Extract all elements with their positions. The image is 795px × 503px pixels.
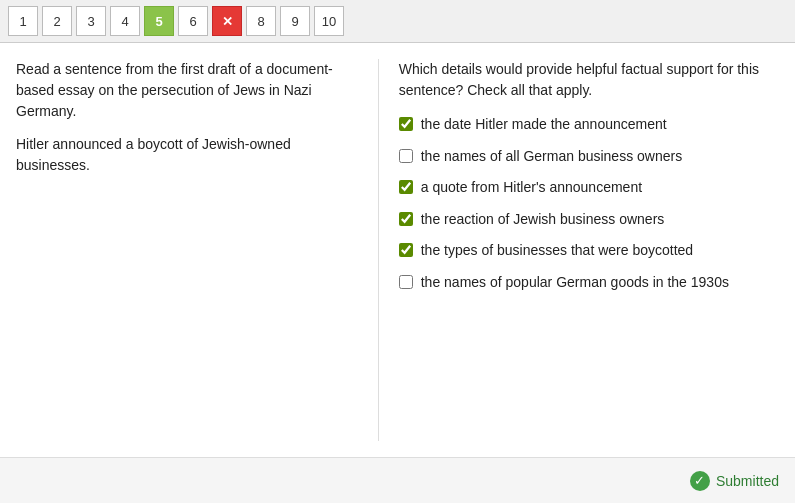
- option-item-3[interactable]: a quote from Hitler's announcement: [399, 178, 779, 198]
- nav-btn-4[interactable]: 4: [110, 6, 140, 36]
- left-sentence: Hitler announced a boycott of Jewish-own…: [16, 134, 362, 176]
- option-checkbox-5[interactable]: [399, 243, 413, 257]
- option-checkbox-3[interactable]: [399, 180, 413, 194]
- submitted-label: Submitted: [716, 473, 779, 489]
- option-item-6[interactable]: the names of popular German goods in the…: [399, 273, 779, 293]
- option-label-5: the types of businesses that were boycot…: [421, 241, 693, 261]
- options-list: the date Hitler made the announcementthe…: [399, 115, 779, 293]
- submitted-badge: ✓ Submitted: [690, 471, 779, 491]
- question-text: Which details would provide helpful fact…: [399, 59, 779, 101]
- option-item-4[interactable]: the reaction of Jewish business owners: [399, 210, 779, 230]
- nav-btn-9[interactable]: 9: [280, 6, 310, 36]
- nav-btn-7[interactable]: ✕: [212, 6, 242, 36]
- option-item-5[interactable]: the types of businesses that were boycot…: [399, 241, 779, 261]
- footer: ✓ Submitted: [0, 457, 795, 503]
- option-checkbox-1[interactable]: [399, 117, 413, 131]
- nav-btn-1[interactable]: 1: [8, 6, 38, 36]
- option-label-3: a quote from Hitler's announcement: [421, 178, 642, 198]
- option-label-1: the date Hitler made the announcement: [421, 115, 667, 135]
- nav-btn-6[interactable]: 6: [178, 6, 208, 36]
- nav-btn-5[interactable]: 5: [144, 6, 174, 36]
- nav-btn-3[interactable]: 3: [76, 6, 106, 36]
- option-checkbox-6[interactable]: [399, 275, 413, 289]
- right-panel: Which details would provide helpful fact…: [399, 59, 779, 441]
- left-panel: Read a sentence from the first draft of …: [16, 59, 379, 441]
- nav-btn-10[interactable]: 10: [314, 6, 344, 36]
- nav-btn-2[interactable]: 2: [42, 6, 72, 36]
- option-checkbox-4[interactable]: [399, 212, 413, 226]
- left-intro: Read a sentence from the first draft of …: [16, 59, 362, 122]
- option-label-4: the reaction of Jewish business owners: [421, 210, 665, 230]
- option-item-2[interactable]: the names of all German business owners: [399, 147, 779, 167]
- nav-bar: 123456✕8910: [0, 0, 795, 43]
- check-circle-icon: ✓: [690, 471, 710, 491]
- nav-btn-8[interactable]: 8: [246, 6, 276, 36]
- main-content: Read a sentence from the first draft of …: [0, 43, 795, 457]
- option-label-6: the names of popular German goods in the…: [421, 273, 729, 293]
- option-label-2: the names of all German business owners: [421, 147, 682, 167]
- option-checkbox-2[interactable]: [399, 149, 413, 163]
- option-item-1[interactable]: the date Hitler made the announcement: [399, 115, 779, 135]
